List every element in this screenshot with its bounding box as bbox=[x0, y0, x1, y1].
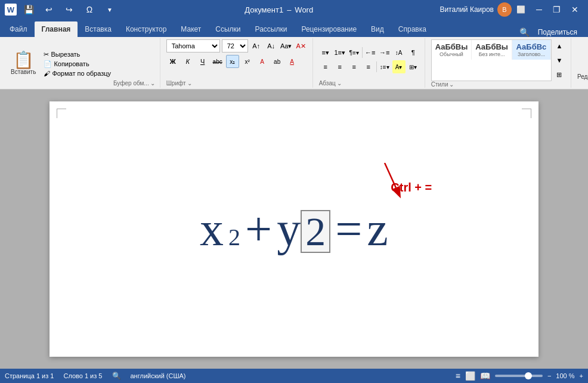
tab-references[interactable]: Ссылки bbox=[208, 21, 247, 37]
app-window: W 💾 ↩ ↪ Ω ▼ Документ1 – Word Виталий Каи… bbox=[0, 0, 588, 383]
clipboard-group-content: 📋 Вставить ✂ Вырезать 📄 Копировать 🖌 Фор… bbox=[7, 39, 113, 88]
format-painter-button[interactable]: 🖌 Формат по образцу bbox=[41, 69, 113, 78]
clipboard-group: 📋 Вставить ✂ Вырезать 📄 Копировать 🖌 Фор… bbox=[2, 38, 160, 88]
ribbon-content: 📋 Вставить ✂ Вырезать 📄 Копировать 🖌 Фор… bbox=[0, 37, 588, 89]
tab-help[interactable]: Справка bbox=[391, 21, 434, 37]
title-bar: W 💾 ↩ ↪ Ω ▼ Документ1 – Word Виталий Каи… bbox=[0, 0, 588, 19]
undo-icon[interactable]: ↩ bbox=[41, 1, 57, 18]
document-area: x 2 + y 2 Ctrl + = bbox=[0, 89, 588, 369]
styles-group: АаБбВы Обычный АаБбВы Без инте... АаБбВс… bbox=[426, 38, 571, 88]
ribbon-tab-bar: Файл Главная Вставка Конструктор Макет С… bbox=[0, 19, 588, 37]
sort-button[interactable]: ↕A bbox=[392, 46, 406, 59]
font-style-row: Ж К Ч abc x₂ x² A ab A bbox=[166, 55, 299, 68]
tab-file[interactable]: Файл bbox=[2, 21, 35, 37]
redo-icon[interactable]: ↪ bbox=[61, 1, 78, 18]
text-effects-button[interactable]: A bbox=[256, 55, 269, 68]
status-bar-right: ≡ ⬜ 📖 − 100 % + bbox=[456, 371, 583, 381]
numbering-button[interactable]: 1≡▾ bbox=[333, 46, 346, 59]
formula-subscript-2[interactable]: 2 bbox=[301, 210, 330, 253]
tab-review[interactable]: Рецензирование bbox=[294, 21, 364, 37]
minimize-button[interactable]: ─ bbox=[531, 1, 547, 18]
paste-icon: 📋 bbox=[13, 52, 34, 69]
increase-font-button[interactable]: A↑ bbox=[250, 39, 263, 52]
style-heading[interactable]: АаБбВс Заголово... bbox=[512, 40, 551, 60]
paragraph-expand-icon[interactable]: ⌄ bbox=[337, 80, 342, 87]
word-app-icon: W bbox=[5, 4, 17, 16]
customize-qat-icon[interactable]: ▼ bbox=[101, 1, 118, 18]
borders-button[interactable]: ⊞▾ bbox=[407, 60, 420, 73]
subscript-button[interactable]: x₂ bbox=[226, 55, 239, 68]
decrease-indent-button[interactable]: ←≡ bbox=[364, 46, 377, 59]
text-highlight-button[interactable]: ab bbox=[271, 55, 284, 68]
styles-more-button[interactable]: ⊞ bbox=[553, 68, 566, 81]
styles-group-label: Стили bbox=[431, 81, 448, 88]
bullets-button[interactable]: ≡▾ bbox=[319, 46, 332, 59]
view-read-icon[interactable]: 📖 bbox=[480, 371, 490, 381]
shading-button[interactable]: A▾ bbox=[392, 60, 406, 73]
underline-button[interactable]: Ч bbox=[196, 55, 209, 68]
save-icon[interactable]: 💾 bbox=[20, 1, 37, 18]
zoom-in-button[interactable]: + bbox=[580, 372, 583, 379]
line-spacing-button[interactable]: ↕≡▾ bbox=[378, 60, 391, 73]
zoom-percent: 100 % bbox=[556, 372, 574, 379]
increase-indent-button[interactable]: →≡ bbox=[378, 46, 391, 59]
word-count: Слово 1 из 5 bbox=[63, 372, 102, 379]
clear-formatting-button[interactable]: A✕ bbox=[295, 39, 308, 52]
search-icon[interactable]: 🔍 bbox=[519, 27, 530, 37]
multilevel-list-button[interactable]: ¶≡▾ bbox=[348, 46, 361, 59]
para-sep-2 bbox=[376, 61, 377, 72]
close-button[interactable]: ✕ bbox=[567, 1, 583, 18]
styles-scroll-up-button[interactable]: ▲ bbox=[553, 39, 566, 52]
restore-button[interactable]: ❐ bbox=[549, 1, 565, 18]
show-hide-button[interactable]: ¶ bbox=[407, 46, 420, 59]
paragraph-group-label: Абзац bbox=[319, 80, 336, 87]
align-left-button[interactable]: ≡ bbox=[319, 60, 332, 73]
formula-plus: + bbox=[245, 202, 272, 257]
styles-scroll-down-button[interactable]: ▼ bbox=[553, 54, 566, 67]
justify-button[interactable]: ≡ bbox=[362, 60, 375, 73]
ribbon-display-options-icon[interactable]: ⬜ bbox=[513, 1, 530, 18]
formula-x: x bbox=[200, 202, 224, 257]
clipboard-expand-icon[interactable]: ⌄ bbox=[150, 80, 155, 87]
cut-icon: ✂ bbox=[44, 51, 49, 58]
tab-insert[interactable]: Вставка bbox=[78, 21, 119, 37]
change-case-button[interactable]: Aa▾ bbox=[280, 39, 293, 52]
zoom-out-button[interactable]: − bbox=[547, 372, 551, 379]
copy-icon: 📄 bbox=[44, 60, 52, 68]
tab-home[interactable]: Главная bbox=[35, 21, 78, 37]
tab-design[interactable]: Конструктор bbox=[119, 21, 174, 37]
annotation: Ctrl + = bbox=[391, 149, 432, 203]
view-normal-icon[interactable]: ≡ bbox=[456, 371, 460, 381]
paste-button[interactable]: 📋 Вставить bbox=[7, 50, 39, 78]
view-web-icon[interactable]: ⬜ bbox=[465, 371, 475, 381]
tab-layout[interactable]: Макет bbox=[174, 21, 208, 37]
strikethrough-button[interactable]: abc bbox=[211, 55, 224, 68]
font-size-selector[interactable]: 72 bbox=[222, 39, 248, 52]
user-name: Виталий Каиров bbox=[440, 5, 494, 14]
cut-button[interactable]: ✂ Вырезать bbox=[41, 50, 113, 59]
italic-button[interactable]: К bbox=[181, 55, 194, 68]
zoom-slider[interactable] bbox=[495, 375, 543, 377]
styles-expand-icon[interactable]: ⌄ bbox=[449, 81, 454, 88]
share-button[interactable]: Поделиться bbox=[534, 28, 581, 36]
app-name: Word bbox=[295, 5, 313, 14]
omega-icon[interactable]: Ω bbox=[81, 1, 98, 18]
superscript-button[interactable]: x² bbox=[241, 55, 254, 68]
style-normal[interactable]: АаБбВы Обычный bbox=[432, 40, 472, 60]
bold-button[interactable]: Ж bbox=[166, 55, 180, 68]
font-group-label: Шрифт bbox=[166, 80, 186, 87]
font-expand-icon[interactable]: ⌄ bbox=[187, 80, 192, 87]
document-page: x 2 + y 2 Ctrl + = bbox=[49, 101, 539, 357]
tab-view[interactable]: Вид bbox=[364, 21, 391, 37]
tab-mailings[interactable]: Рассылки bbox=[248, 21, 295, 37]
font-name-selector[interactable]: Tahoma bbox=[166, 39, 220, 52]
copy-button[interactable]: 📄 Копировать bbox=[41, 60, 113, 69]
decrease-font-button[interactable]: A↓ bbox=[265, 39, 278, 52]
clipboard-label: Буфер обм... bbox=[113, 80, 149, 87]
font-color-button[interactable]: A bbox=[286, 55, 299, 68]
paragraph-group: ≡▾ 1≡▾ ¶≡▾ ←≡ →≡ ↕A ¶ ≡ ≡ ≡ ≡ ↕≡▾ A▾ bbox=[314, 38, 425, 88]
user-area: Виталий Каиров В bbox=[440, 2, 512, 17]
style-no-spacing[interactable]: АаБбВы Без инте... bbox=[472, 40, 512, 60]
align-right-button[interactable]: ≡ bbox=[348, 60, 361, 73]
align-center-button[interactable]: ≡ bbox=[333, 60, 346, 73]
